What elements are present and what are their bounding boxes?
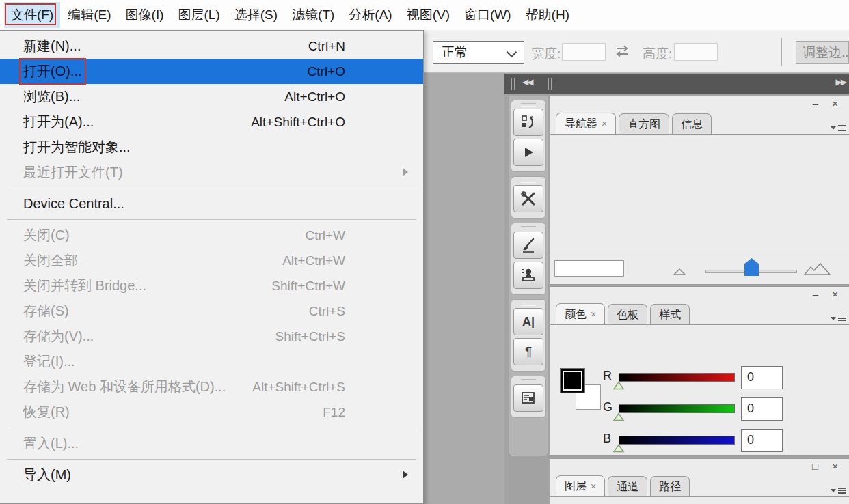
navigator-zoom-slider-thumb[interactable]	[744, 258, 759, 276]
layers-panel: □ × 图层×通道路径	[550, 458, 849, 504]
menu-item[interactable]: 关闭并转到 Bridge...Shift+Ctrl+W	[0, 273, 423, 298]
menu-item-label: 关闭并转到 Bridge...	[23, 277, 146, 295]
channel-slider-thumb[interactable]	[612, 412, 625, 421]
tab-color-2[interactable]: 样式	[650, 304, 690, 324]
menu-item[interactable]: 打开(O)...Ctrl+O	[0, 59, 423, 84]
menu-item[interactable]: 打开为(A)...Alt+Shift+Ctrl+O	[0, 109, 423, 135]
channel-value-input[interactable]: 0	[741, 397, 783, 421]
submenu-arrow-icon	[403, 471, 408, 479]
menu-item-label: 打开为(A)...	[23, 113, 94, 131]
character-icon[interactable]: A|	[513, 308, 543, 335]
tab-close-icon[interactable]: ×	[591, 309, 596, 320]
menubar-item[interactable]: 滤镜(T)	[285, 2, 341, 28]
swap-dimensions-icon[interactable]	[614, 44, 630, 59]
icon-strip-group	[511, 223, 546, 295]
chevron-down-icon	[507, 47, 517, 58]
menubar-item[interactable]: 图像(I)	[119, 2, 171, 28]
history-icon[interactable]	[513, 109, 543, 136]
menubar-item[interactable]: 图层(L)	[172, 2, 227, 28]
menu-item-label: 浏览(B)...	[23, 87, 80, 106]
height-label: 高度:	[643, 45, 672, 63]
channel-label: G	[603, 400, 612, 415]
menu-item[interactable]: 登记(I)...	[0, 349, 423, 374]
collapse-dock-icon[interactable]: ◀◀	[522, 77, 532, 87]
menu-item[interactable]: Device Central...	[0, 191, 423, 216]
panel-menu-icon[interactable]	[831, 486, 846, 495]
menubar: 文件(F)编辑(E)图像(I)图层(L)选择(S)滤镜(T)分析(A)视图(V)…	[0, 0, 849, 30]
layer-comps-icon[interactable]	[513, 384, 543, 412]
menu-item[interactable]: 最近打开文件(T)	[0, 160, 423, 185]
menubar-item[interactable]: 文件(F)	[4, 2, 60, 28]
tab-label: 导航器	[565, 117, 597, 129]
menubar-item[interactable]: 分析(A)	[342, 2, 399, 28]
tab-navigator-0[interactable]: 导航器×	[556, 113, 616, 134]
navigator-zoom-bar	[550, 255, 849, 281]
icon-strip-group: A|¶	[511, 299, 546, 372]
channel-slider-thumb[interactable]	[612, 444, 625, 453]
channel-gradient-slider[interactable]	[619, 373, 735, 382]
collapsed-panel-icon-strip: A|¶	[509, 96, 548, 456]
color-panel-content: R0G0B0	[550, 325, 849, 455]
menu-item[interactable]: 新建(N)...Ctrl+N	[0, 33, 423, 59]
menu-item-shortcut: Alt+Shift+Ctrl+O	[251, 115, 414, 130]
channel-value-input[interactable]: 0	[741, 429, 783, 452]
menubar-item[interactable]: 窗口(W)	[457, 2, 518, 28]
menu-item[interactable]: 存储(S)Ctrl+S	[0, 298, 423, 324]
menu-item[interactable]: 存储为(V)...Shift+Ctrl+S	[0, 324, 423, 349]
tab-label: 路径	[659, 481, 681, 492]
channel-gradient-slider[interactable]	[619, 436, 735, 445]
channel-slider-thumb[interactable]	[612, 381, 625, 390]
tab-color-0[interactable]: 颜色×	[556, 303, 605, 324]
channel-value-input[interactable]: 0	[741, 366, 783, 389]
tab-navigator-1[interactable]: 直方图	[619, 113, 669, 134]
clone-source-icon[interactable]	[513, 262, 543, 289]
channel-gradient-slider[interactable]	[619, 404, 735, 413]
icon-strip-group	[511, 100, 546, 172]
panel-window-buttons[interactable]: – ×	[813, 98, 844, 109]
menu-item[interactable]: 浏览(B)...Alt+Ctrl+O	[0, 84, 423, 109]
dock-grip-handle[interactable]	[511, 78, 517, 90]
menubar-item[interactable]: 选择(S)	[228, 2, 284, 28]
panel-window-buttons[interactable]: □ ×	[812, 460, 844, 472]
menu-item[interactable]: 导入(M)	[0, 462, 423, 488]
zoom-out-icon[interactable]	[672, 266, 691, 276]
height-input[interactable]	[674, 43, 718, 61]
menu-item[interactable]: 置入(L)...	[0, 431, 423, 456]
menu-item[interactable]: 存储为 Web 和设备所用格式(D)...Alt+Shift+Ctrl+S	[0, 374, 423, 400]
refine-edge-button[interactable]: 调整边...	[796, 41, 849, 64]
menubar-item[interactable]: 视图(V)	[400, 2, 457, 28]
dock-grip-handle[interactable]	[548, 78, 554, 90]
menu-item-shortcut: Alt+Ctrl+O	[284, 89, 414, 104]
menu-item-label: 存储为 Web 和设备所用格式(D)...	[23, 378, 226, 396]
width-input[interactable]	[562, 43, 606, 61]
actions-play-icon[interactable]	[513, 139, 543, 166]
tab-layers-1[interactable]: 通道	[608, 476, 647, 496]
menu-item[interactable]: 打开为智能对象...	[0, 135, 423, 160]
panel-menu-icon[interactable]	[831, 314, 846, 323]
layers-tab-row: 图层×通道路径	[550, 475, 849, 497]
blend-mode-dropdown[interactable]: 正常	[433, 41, 524, 64]
tab-color-1[interactable]: 色板	[608, 304, 647, 324]
paragraph-icon[interactable]: ¶	[513, 338, 543, 365]
menu-item-label: Device Central...	[23, 196, 124, 212]
zoom-in-icon[interactable]	[803, 261, 832, 276]
brushes-icon[interactable]	[513, 232, 543, 259]
panel-window-buttons[interactable]: – ×	[813, 288, 844, 300]
menu-item[interactable]: 恢复(R)F12	[0, 400, 423, 425]
tool-presets-icon[interactable]	[513, 185, 543, 212]
menubar-item[interactable]: 帮助(H)	[519, 2, 576, 28]
tab-layers-0[interactable]: 图层×	[556, 475, 605, 496]
navigator-zoom-input[interactable]	[554, 260, 624, 277]
tab-close-icon[interactable]: ×	[602, 118, 607, 129]
tab-close-icon[interactable]: ×	[591, 481, 596, 492]
panel-menu-icon[interactable]	[831, 124, 846, 132]
tab-navigator-2[interactable]: 信息	[672, 113, 712, 134]
expand-dock-icon[interactable]: ▶▶	[836, 77, 846, 87]
menu-item[interactable]: 关闭(C)Ctrl+W	[0, 223, 423, 248]
menu-item-label: 最近打开文件(T)	[23, 163, 123, 182]
tab-layers-2[interactable]: 路径	[650, 476, 690, 496]
icon-strip-group	[511, 176, 546, 219]
menu-item[interactable]: 关闭全部Alt+Ctrl+W	[0, 248, 423, 273]
menu-item-label: 恢复(R)	[23, 403, 70, 421]
menubar-item[interactable]: 编辑(E)	[61, 2, 118, 28]
